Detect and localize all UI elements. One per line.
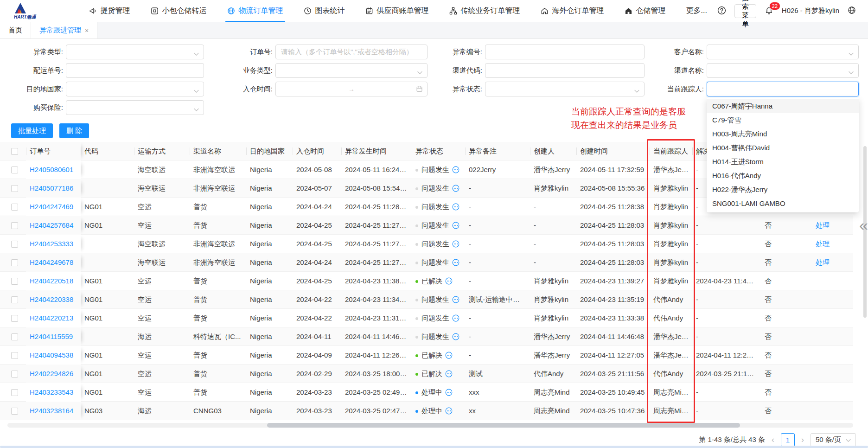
chat-bubble-icon[interactable] bbox=[452, 199, 460, 216]
nav-item-warehouse[interactable]: 仓储管理 bbox=[614, 0, 676, 22]
order-number-link[interactable]: H2404253333 bbox=[30, 240, 73, 248]
filter-field-exception-type: 异常类型: bbox=[0, 45, 213, 59]
tracker-option[interactable]: C79-管雪 bbox=[707, 113, 859, 127]
chat-bubble-icon[interactable] bbox=[452, 218, 460, 235]
row-checkbox[interactable] bbox=[11, 278, 18, 285]
chat-bubble-icon[interactable] bbox=[452, 236, 460, 253]
cell-status: 问题发生 bbox=[412, 216, 465, 235]
nav-item-parcel-transfer[interactable]: 小包仓储转运 bbox=[140, 0, 217, 22]
order-no-input[interactable]: 请输入（多个订单号以","或者空格相分隔） bbox=[275, 45, 428, 59]
current-tracker-input[interactable] bbox=[707, 82, 859, 96]
filter-label-inbound-time: 入仓时间: bbox=[213, 85, 273, 94]
close-icon[interactable]: × bbox=[85, 27, 89, 34]
row-checkbox[interactable] bbox=[11, 204, 18, 211]
order-number-link[interactable]: H2404094538 bbox=[30, 351, 73, 359]
row-checkbox[interactable] bbox=[11, 259, 18, 266]
order-number-link[interactable]: H2404220213 bbox=[30, 314, 73, 322]
delete-button[interactable]: 删 除 bbox=[59, 123, 89, 138]
customer-name-select[interactable] bbox=[707, 45, 859, 59]
page-size-select[interactable]: 50 条/页 bbox=[811, 433, 856, 447]
order-number-link[interactable]: H2404249678 bbox=[30, 258, 73, 266]
page-number-1[interactable]: 1 bbox=[781, 433, 795, 447]
tracker-option[interactable]: H016-代伟Andy bbox=[707, 169, 859, 183]
tracker-option[interactable]: H014-王进Storm bbox=[707, 155, 859, 169]
chat-bubble-icon[interactable] bbox=[452, 162, 460, 179]
bottom-scrollbar[interactable] bbox=[0, 446, 868, 448]
nav-item-logistics-orders[interactable]: 物流订单管理 bbox=[217, 0, 294, 22]
row-checkbox[interactable] bbox=[11, 408, 18, 415]
tab-home[interactable]: 首页 bbox=[0, 22, 31, 38]
tracker-option[interactable]: SNG001-LAMI GAMBO bbox=[707, 197, 859, 211]
chat-bubble-icon[interactable] bbox=[445, 347, 453, 365]
order-number-link[interactable]: H2404247469 bbox=[30, 203, 73, 211]
order-number-link[interactable]: H2404220338 bbox=[30, 295, 73, 303]
chat-bubble-icon[interactable] bbox=[445, 273, 453, 290]
nav-item-overseas-orders[interactable]: 海外仓订单管理 bbox=[530, 0, 614, 22]
order-number-link[interactable]: H2403238164 bbox=[30, 407, 73, 415]
order-number-link[interactable]: H2402294826 bbox=[30, 370, 73, 378]
channel-code-input[interactable] bbox=[485, 63, 645, 78]
horizontal-scrollbar-thumb[interactable] bbox=[267, 423, 740, 428]
row-checkbox[interactable] bbox=[11, 371, 18, 378]
chat-bubble-icon[interactable] bbox=[452, 255, 460, 272]
row-checkbox[interactable] bbox=[11, 389, 18, 396]
handle-action-link[interactable]: 处理 bbox=[816, 221, 830, 229]
collapse-panel-handle[interactable]: « bbox=[859, 217, 868, 233]
row-checkbox[interactable] bbox=[11, 296, 18, 303]
chat-bubble-icon[interactable] bbox=[445, 403, 453, 420]
status-label: 问题发生 bbox=[421, 314, 449, 322]
nav-item-chart-stats[interactable]: 图表统计 bbox=[294, 0, 355, 22]
row-checkbox[interactable] bbox=[11, 185, 18, 192]
help-icon[interactable] bbox=[717, 6, 726, 16]
inbound-time-input[interactable]: → bbox=[275, 82, 428, 96]
nav-item-pickup[interactable]: 提货管理 bbox=[79, 0, 140, 22]
app-logo[interactable]: HART瀚通 bbox=[0, 2, 51, 19]
status-dot bbox=[415, 243, 418, 246]
chat-bubble-icon[interactable] bbox=[452, 292, 460, 309]
exception-type-select[interactable] bbox=[66, 45, 204, 59]
batch-process-button[interactable]: 批量处理 bbox=[11, 123, 53, 138]
row-checkbox[interactable] bbox=[11, 166, 18, 173]
row-checkbox[interactable] bbox=[11, 333, 18, 340]
chat-bubble-icon[interactable] bbox=[452, 310, 460, 327]
nav-item-supplier-bills[interactable]: 供应商账单管理 bbox=[355, 0, 439, 22]
delivery-no-input[interactable] bbox=[66, 63, 204, 78]
tracker-option[interactable]: H003-周志亮Mind bbox=[707, 127, 859, 141]
order-number-link[interactable]: H2404220518 bbox=[30, 277, 73, 285]
row-checkbox[interactable] bbox=[11, 315, 18, 322]
handle-action-link[interactable]: 处理 bbox=[816, 240, 830, 248]
order-number-link[interactable]: H2405080601 bbox=[30, 166, 73, 173]
nav-item-more[interactable]: 更多... bbox=[676, 0, 717, 22]
order-number-link[interactable]: H2405077186 bbox=[30, 184, 73, 192]
dest-country-select[interactable] bbox=[66, 82, 204, 96]
row-checkbox[interactable] bbox=[11, 352, 18, 359]
channel-name-select[interactable] bbox=[707, 63, 859, 78]
next-page-button[interactable]: › bbox=[800, 435, 805, 445]
chat-bubble-icon[interactable] bbox=[452, 329, 460, 346]
chat-bubble-icon[interactable] bbox=[445, 384, 453, 402]
handle-action-link[interactable]: 处理 bbox=[816, 258, 830, 266]
language-globe-icon[interactable] bbox=[848, 6, 856, 16]
order-number-link[interactable]: H2404115559 bbox=[30, 333, 73, 340]
tracker-option[interactable]: H004-曹艳伟David bbox=[707, 141, 859, 155]
exception-no-input[interactable] bbox=[485, 45, 645, 59]
order-number-link[interactable]: H2404257684 bbox=[30, 221, 73, 229]
row-checkbox[interactable] bbox=[11, 241, 18, 248]
insurance-select[interactable] bbox=[66, 100, 204, 115]
current-user-label[interactable]: H026 - 肖梦雅kylin bbox=[782, 6, 839, 15]
search-menu-button[interactable]: 搜索菜单 bbox=[734, 4, 756, 18]
nav-item-traditional-orders[interactable]: 传统业务订单管理 bbox=[439, 0, 530, 22]
tracker-option[interactable]: H022-潘华杰Jerry bbox=[707, 183, 859, 197]
exception-status-select[interactable] bbox=[485, 82, 645, 96]
business-type-select[interactable] bbox=[275, 63, 428, 78]
chat-bubble-icon[interactable] bbox=[452, 180, 460, 198]
tab-exception-follow[interactable]: 异常跟进管理× bbox=[31, 22, 97, 38]
row-checkbox[interactable] bbox=[11, 222, 18, 229]
select-all-checkbox[interactable] bbox=[11, 148, 18, 155]
cell-channel: 普货 bbox=[190, 216, 246, 235]
order-number-link[interactable]: H2403233543 bbox=[30, 388, 73, 396]
chat-bubble-icon[interactable] bbox=[445, 366, 453, 383]
prev-page-button[interactable]: ‹ bbox=[771, 435, 775, 445]
tracker-option[interactable]: C067-周婧宇Hanna bbox=[707, 99, 859, 113]
notifications-bell[interactable]: 22 bbox=[765, 6, 773, 16]
